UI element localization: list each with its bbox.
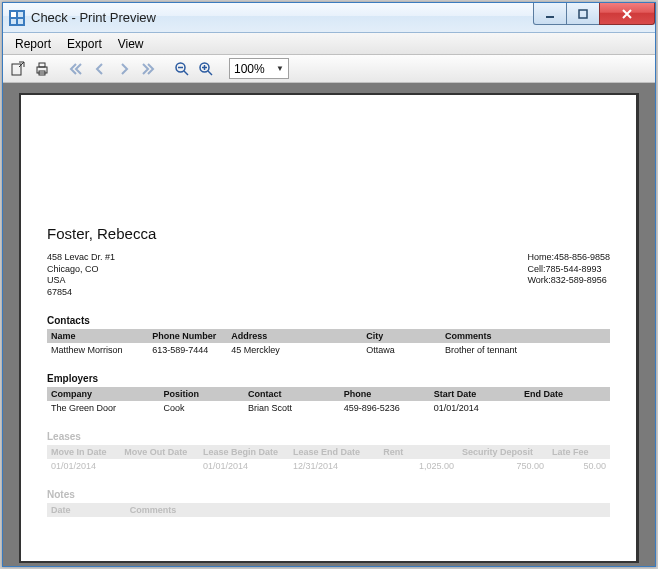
menu-export[interactable]: Export bbox=[59, 35, 110, 53]
leases-col-deposit: Security Deposit bbox=[458, 445, 548, 459]
tenant-name: Foster, Rebecca bbox=[47, 225, 610, 242]
menu-report[interactable]: Report bbox=[7, 35, 59, 53]
window-title: Check - Print Preview bbox=[31, 10, 156, 25]
employers-col-end: End Date bbox=[520, 387, 610, 401]
leases-col-movein: Move In Date bbox=[47, 445, 120, 459]
prev-page-icon[interactable] bbox=[89, 58, 111, 80]
employers-heading: Employers bbox=[47, 373, 610, 384]
menu-view[interactable]: View bbox=[110, 35, 152, 53]
preview-viewport[interactable]: Foster, Rebecca 458 Levac Dr. #1 Chicago… bbox=[3, 83, 655, 566]
address-phone-block: 458 Levac Dr. #1 Chicago, CO USA 67854 H… bbox=[47, 252, 610, 299]
maximize-button[interactable] bbox=[566, 3, 600, 25]
first-page-icon[interactable] bbox=[65, 58, 87, 80]
leases-heading: Leases bbox=[47, 431, 610, 442]
contacts-table: Name Phone Number Address City Comments … bbox=[47, 329, 610, 357]
svg-line-15 bbox=[208, 71, 212, 75]
svg-rect-6 bbox=[579, 10, 587, 18]
addr-line4: 67854 bbox=[47, 287, 115, 299]
last-page-icon[interactable] bbox=[137, 58, 159, 80]
contacts-col-address: Address bbox=[227, 329, 362, 343]
leases-col-moveout: Move Out Date bbox=[120, 445, 199, 459]
svg-rect-5 bbox=[546, 16, 554, 18]
phone-home: Home:458-856-9858 bbox=[527, 252, 610, 264]
menubar: Report Export View bbox=[3, 33, 655, 55]
addr-line1: 458 Levac Dr. #1 bbox=[47, 252, 115, 264]
table-row: The Green Door Cook Brian Scott 459-896-… bbox=[47, 401, 610, 415]
phone-block: Home:458-856-9858 Cell:785-544-8993 Work… bbox=[527, 252, 610, 299]
export-icon[interactable] bbox=[7, 58, 29, 80]
notes-col-comments: Comments bbox=[126, 503, 610, 517]
notes-col-date: Date bbox=[47, 503, 126, 517]
leases-col-rent: Rent bbox=[379, 445, 458, 459]
contacts-col-comments: Comments bbox=[441, 329, 610, 343]
phone-cell: Cell:785-544-8993 bbox=[527, 264, 610, 276]
employers-col-start: Start Date bbox=[430, 387, 520, 401]
zoom-in-icon[interactable] bbox=[195, 58, 217, 80]
contacts-col-name: Name bbox=[47, 329, 148, 343]
close-button[interactable] bbox=[599, 3, 655, 25]
zoom-out-icon[interactable] bbox=[171, 58, 193, 80]
report-page: Foster, Rebecca 458 Levac Dr. #1 Chicago… bbox=[19, 93, 639, 563]
minimize-button[interactable] bbox=[533, 3, 567, 25]
addr-line3: USA bbox=[47, 275, 115, 287]
svg-rect-1 bbox=[11, 12, 16, 17]
app-icon bbox=[9, 10, 25, 26]
svg-rect-2 bbox=[18, 12, 23, 17]
leases-col-lbegin: Lease Begin Date bbox=[199, 445, 289, 459]
svg-line-12 bbox=[184, 71, 188, 75]
svg-rect-9 bbox=[39, 63, 45, 67]
employers-col-contact: Contact bbox=[244, 387, 340, 401]
employers-col-phone: Phone bbox=[340, 387, 430, 401]
addr-line2: Chicago, CO bbox=[47, 264, 115, 276]
table-row: Matthew Morrison 613-589-7444 45 Merckle… bbox=[47, 343, 610, 357]
svg-rect-3 bbox=[11, 19, 16, 24]
employers-table: Company Position Contact Phone Start Dat… bbox=[47, 387, 610, 415]
notes-table: Date Comments bbox=[47, 503, 610, 517]
phone-work: Work:832-589-8956 bbox=[527, 275, 610, 287]
toolbar: 100% ▼ bbox=[3, 55, 655, 83]
contacts-col-city: City bbox=[362, 329, 441, 343]
leases-col-late: Late Fee bbox=[548, 445, 610, 459]
leases-col-lend: Lease End Date bbox=[289, 445, 379, 459]
zoom-select[interactable]: 100% ▼ bbox=[229, 58, 289, 79]
window-buttons bbox=[534, 3, 655, 25]
address-block: 458 Levac Dr. #1 Chicago, CO USA 67854 bbox=[47, 252, 115, 299]
titlebar: Check - Print Preview bbox=[3, 3, 655, 33]
leases-table: Move In Date Move Out Date Lease Begin D… bbox=[47, 445, 610, 473]
table-row: 01/01/2014 01/01/2014 12/31/2014 1,025.0… bbox=[47, 459, 610, 473]
print-icon[interactable] bbox=[31, 58, 53, 80]
employers-col-company: Company bbox=[47, 387, 160, 401]
contacts-heading: Contacts bbox=[47, 315, 610, 326]
svg-rect-4 bbox=[18, 19, 23, 24]
print-preview-window: Check - Print Preview Report Export View… bbox=[2, 2, 656, 567]
next-page-icon[interactable] bbox=[113, 58, 135, 80]
zoom-value: 100% bbox=[234, 62, 265, 76]
notes-heading: Notes bbox=[47, 489, 610, 500]
contacts-col-phone: Phone Number bbox=[148, 329, 227, 343]
chevron-down-icon: ▼ bbox=[276, 64, 284, 73]
employers-col-position: Position bbox=[160, 387, 244, 401]
